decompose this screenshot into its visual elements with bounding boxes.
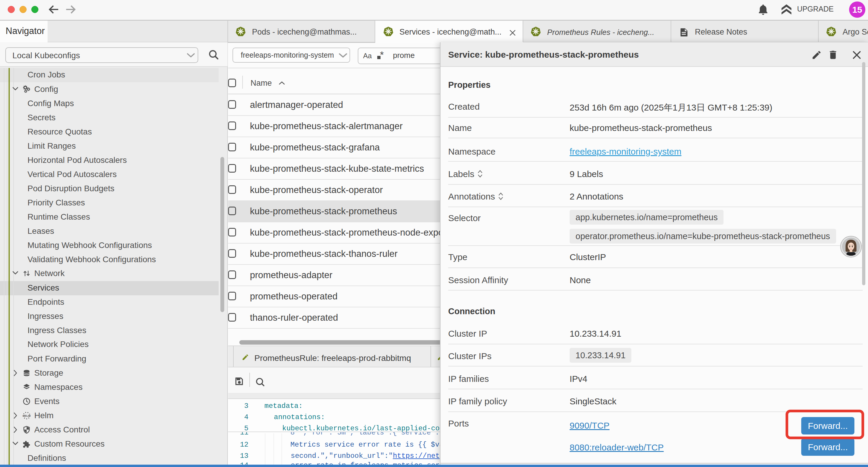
svg-text:HELM: HELM — [23, 414, 31, 417]
